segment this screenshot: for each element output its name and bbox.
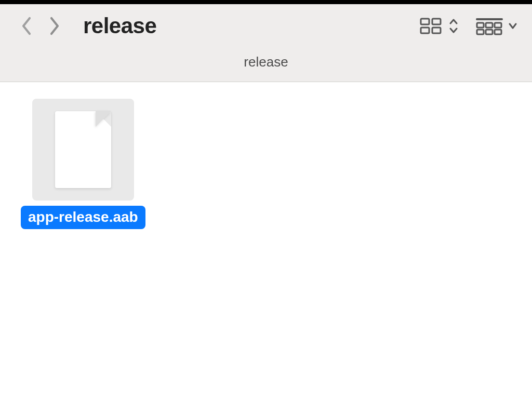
file-item[interactable]: app-release.aab — [21, 99, 145, 229]
toolbar: release — [0, 4, 532, 45]
svg-rect-3 — [432, 28, 441, 33]
file-area[interactable]: app-release.aab — [0, 82, 532, 380]
svg-rect-2 — [421, 28, 429, 33]
chevron-right-icon — [47, 16, 61, 36]
svg-rect-5 — [477, 23, 484, 28]
group-mode-button[interactable] — [476, 16, 517, 36]
window-top-border — [0, 0, 532, 4]
chevron-left-icon — [20, 16, 34, 36]
chevron-down-icon — [508, 19, 517, 33]
grouped-grid-icon — [476, 16, 503, 36]
svg-rect-9 — [486, 30, 493, 34]
svg-rect-0 — [421, 19, 429, 24]
view-mode-button[interactable] — [419, 16, 458, 36]
svg-rect-10 — [495, 30, 501, 34]
up-down-chevron-icon — [449, 17, 458, 35]
svg-rect-1 — [432, 19, 441, 24]
back-button[interactable] — [15, 14, 39, 38]
svg-rect-7 — [495, 23, 501, 28]
file-thumbnail — [32, 99, 134, 201]
folder-title: release — [83, 14, 156, 38]
svg-rect-6 — [486, 23, 493, 28]
generic-file-icon — [55, 111, 111, 188]
svg-rect-8 — [477, 30, 484, 34]
file-name-label: app-release.aab — [21, 206, 145, 229]
forward-button[interactable] — [42, 14, 66, 38]
path-bar[interactable]: release — [0, 45, 532, 82]
grid-icon — [419, 16, 444, 36]
